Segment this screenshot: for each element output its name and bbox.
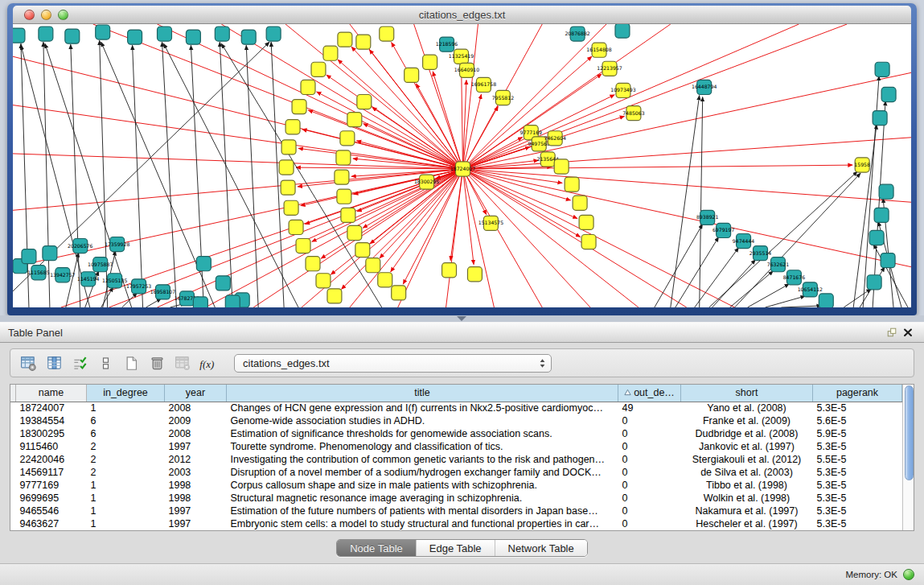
cell-pagerank[interactable]: 5.3E-5 xyxy=(813,517,902,530)
cell-title[interactable]: Changes of HCN gene expression and I(f) … xyxy=(227,402,618,414)
graph-node[interactable] xyxy=(378,273,392,287)
cell-out_degree[interactable]: 0 xyxy=(618,453,681,466)
network-window-titlebar[interactable]: citations_edges.txt xyxy=(13,6,911,24)
graph-node[interactable] xyxy=(341,208,355,222)
cell-out_degree[interactable]: 0 xyxy=(618,427,681,440)
cell-year[interactable]: 2008 xyxy=(165,402,227,414)
graph-node[interactable] xyxy=(65,29,80,43)
cell-out_degree[interactable]: 49 xyxy=(618,402,681,414)
cell-name[interactable]: 9699695 xyxy=(16,492,87,505)
cell-year[interactable]: 1997 xyxy=(165,517,227,530)
cell-title[interactable]: Corpus callosum shape and size in male p… xyxy=(227,479,618,492)
cell-year[interactable]: 2003 xyxy=(165,466,227,479)
graph-node[interactable] xyxy=(357,94,372,109)
cell-title[interactable]: Estimation of significance thresholds fo… xyxy=(227,427,618,440)
graph-node[interactable] xyxy=(335,170,349,184)
cell-short[interactable]: Wolkin et al. (1998) xyxy=(681,492,813,505)
graph-node[interactable] xyxy=(380,27,394,41)
cell-name[interactable]: 14569117 xyxy=(16,466,87,479)
column-header-name[interactable]: name xyxy=(16,385,87,402)
table-settings-icon[interactable] xyxy=(17,352,39,374)
table-select-dropdown[interactable]: citations_edges.txt xyxy=(234,354,552,373)
graph-node[interactable] xyxy=(565,177,579,192)
graph-node[interactable] xyxy=(22,249,36,264)
table-row[interactable]: 2242004622012Investigating the contribut… xyxy=(10,453,902,466)
graph-node[interactable] xyxy=(442,263,457,278)
table-row[interactable]: 911546021997Tourette syndrome. Phenomeno… xyxy=(10,440,902,453)
graph-node[interactable] xyxy=(266,27,281,41)
graph-node[interactable] xyxy=(225,295,240,307)
table-columns-icon[interactable] xyxy=(43,352,65,374)
graph-node[interactable] xyxy=(215,27,229,41)
graph-node[interactable] xyxy=(128,30,142,44)
cell-out_degree[interactable]: 0 xyxy=(618,466,681,479)
graph-node[interactable] xyxy=(423,55,437,69)
cell-name[interactable]: 9115460 xyxy=(16,440,87,453)
cell-name[interactable]: 18724007 xyxy=(16,402,87,414)
graph-node[interactable] xyxy=(284,200,298,215)
table-scrollbar[interactable] xyxy=(902,385,914,530)
column-header-in_degree[interactable]: in_degree xyxy=(87,385,165,402)
cell-short[interactable]: Stergiakouli et al. (2012) xyxy=(681,453,813,466)
graph-node[interactable] xyxy=(193,297,207,307)
graph-node[interactable] xyxy=(554,159,569,174)
tab-network-table[interactable]: Network Table xyxy=(495,540,587,556)
cell-in_degree[interactable]: 6 xyxy=(87,427,165,440)
graph-node[interactable] xyxy=(347,225,362,240)
graph-node[interactable] xyxy=(819,294,833,307)
cell-name[interactable]: 22420046 xyxy=(16,453,87,466)
cell-short[interactable]: Jankovic et al. (1997) xyxy=(681,440,813,453)
graph-node[interactable] xyxy=(867,275,881,290)
column-header-year[interactable]: year xyxy=(165,385,227,402)
cell-pagerank[interactable]: 5.3E-5 xyxy=(813,440,902,453)
cell-short[interactable]: de Silva et al. (2003) xyxy=(681,466,813,479)
cell-out_degree[interactable]: 0 xyxy=(618,414,681,427)
cell-pagerank[interactable]: 5.9E-5 xyxy=(813,427,902,440)
graph-node[interactable] xyxy=(873,111,887,126)
graph-node[interactable] xyxy=(158,27,172,41)
cell-out_degree[interactable]: 0 xyxy=(618,517,681,530)
graph-node[interactable] xyxy=(875,62,889,76)
graph-node[interactable] xyxy=(356,35,371,49)
close-panel-icon[interactable] xyxy=(900,325,916,340)
cell-name[interactable]: 9777169 xyxy=(16,479,87,492)
graph-node[interactable] xyxy=(392,286,406,300)
column-header-short[interactable]: short xyxy=(681,385,813,402)
row-height-icon[interactable] xyxy=(94,352,117,374)
graph-node[interactable] xyxy=(405,68,419,82)
table-row[interactable]: 1938455462009Genome-wide association stu… xyxy=(10,414,902,427)
cell-short[interactable]: Franke et al. (2009) xyxy=(681,414,813,427)
cell-short[interactable]: Hescheler et al. (1997) xyxy=(681,517,813,530)
cell-year[interactable]: 1997 xyxy=(165,440,227,453)
splitter-collapse-handle[interactable] xyxy=(457,316,466,321)
graph-node[interactable] xyxy=(338,32,352,47)
cell-title[interactable]: Structural magnetic resonance image aver… xyxy=(227,492,618,505)
cell-short[interactable]: Tibbo et al. (1998) xyxy=(681,479,813,492)
graph-node[interactable] xyxy=(39,27,53,41)
graph-node[interactable] xyxy=(281,180,295,195)
graph-node[interactable] xyxy=(186,30,200,44)
graph-node[interactable] xyxy=(306,257,320,271)
cell-short[interactable]: Dudbridge et al. (2008) xyxy=(681,427,813,440)
delete-attribute-icon[interactable] xyxy=(146,352,168,374)
cell-in_degree[interactable]: 1 xyxy=(87,505,165,517)
cell-year[interactable]: 1997 xyxy=(165,505,227,517)
cell-pagerank[interactable]: 5.3E-5 xyxy=(813,479,902,492)
table-row[interactable]: 1456911722003Disruption of a novel membe… xyxy=(10,466,902,479)
cell-pagerank[interactable]: 5.5E-5 xyxy=(813,453,902,466)
cell-title[interactable]: Embryonic stem cells: a model to study s… xyxy=(227,517,618,530)
cell-out_degree[interactable]: 0 xyxy=(618,479,681,492)
table-row[interactable]: 1830029562008Estimation of significance … xyxy=(10,427,902,440)
graph-node[interactable] xyxy=(366,258,380,273)
graph-node[interactable] xyxy=(874,208,889,222)
graph-node[interactable] xyxy=(292,100,306,114)
cell-title[interactable]: Tourette syndrome. Phenomenology and cla… xyxy=(227,440,618,453)
table-row[interactable]: 1872400712008Changes of HCN gene express… xyxy=(10,402,902,414)
table-scrollbar-thumb[interactable] xyxy=(905,385,914,480)
function-builder-icon[interactable]: f(x) xyxy=(197,352,220,374)
network-canvas[interactable]: 1132541916640910169617587955812161548081… xyxy=(13,24,911,307)
panel-splitter[interactable] xyxy=(0,315,924,322)
cell-pagerank[interactable]: 5.6E-5 xyxy=(813,414,902,427)
column-header-out_degree[interactable]: out_de… xyxy=(618,385,681,402)
cell-short[interactable]: Nakamura et al. (1997) xyxy=(681,505,813,517)
